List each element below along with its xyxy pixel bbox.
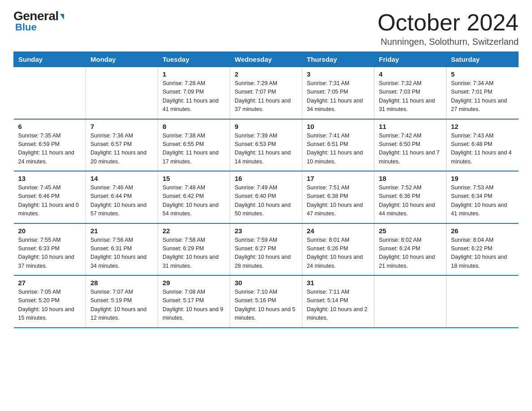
- day-detail: Sunrise: 7:53 AMSunset: 6:34 PMDaylight:…: [451, 184, 514, 218]
- sunrise-text: Sunrise: 7:05 AM: [18, 289, 61, 295]
- day-number: 8: [163, 123, 225, 130]
- daylight-text: Daylight: 10 hours and 9 minutes.: [163, 306, 223, 321]
- day-cell: 11Sunrise: 7:42 AMSunset: 6:50 PMDayligh…: [374, 119, 446, 171]
- daylight-text: Daylight: 10 hours and 15 minutes.: [18, 306, 74, 321]
- sunrise-text: Sunrise: 7:38 AM: [163, 133, 205, 139]
- day-detail: Sunrise: 7:39 AMSunset: 6:53 PMDaylight:…: [235, 132, 297, 167]
- day-number: 28: [90, 279, 153, 287]
- sunrise-text: Sunrise: 7:29 AM: [235, 80, 277, 86]
- day-cell: 20Sunrise: 7:55 AMSunset: 6:33 PMDayligh…: [14, 223, 86, 276]
- day-cell: 24Sunrise: 8:01 AMSunset: 6:26 PMDayligh…: [302, 223, 374, 276]
- day-number: 13: [18, 175, 82, 182]
- day-number: 5: [451, 70, 514, 78]
- day-cell: 19Sunrise: 7:53 AMSunset: 6:34 PMDayligh…: [446, 171, 519, 223]
- sunrise-text: Sunrise: 7:51 AM: [307, 184, 349, 191]
- day-number: 27: [18, 279, 82, 287]
- day-number: 3: [307, 70, 369, 78]
- daylight-text: Daylight: 10 hours and 28 minutes.: [235, 254, 291, 269]
- daylight-text: Daylight: 10 hours and 12 minutes.: [90, 306, 146, 321]
- sunrise-text: Sunrise: 7:41 AM: [307, 133, 349, 139]
- day-detail: Sunrise: 7:48 AMSunset: 6:42 PMDaylight:…: [163, 184, 225, 218]
- day-detail: Sunrise: 7:35 AMSunset: 6:59 PMDaylight:…: [18, 132, 82, 167]
- day-detail: Sunrise: 7:31 AMSunset: 7:05 PMDaylight:…: [307, 79, 369, 114]
- location-title: Nunningen, Solothurn, Switzerland: [378, 37, 519, 47]
- sunrise-text: Sunrise: 7:43 AM: [451, 133, 493, 139]
- daylight-text: Daylight: 10 hours and 57 minutes.: [90, 202, 146, 217]
- day-cell: 8Sunrise: 7:38 AMSunset: 6:55 PMDaylight…: [158, 119, 230, 171]
- header-friday: Friday: [374, 52, 446, 67]
- day-detail: Sunrise: 7:07 AMSunset: 5:19 PMDaylight:…: [90, 288, 153, 323]
- sunset-text: Sunset: 7:07 PM: [235, 89, 276, 95]
- daylight-text: Daylight: 10 hours and 18 minutes.: [451, 254, 507, 269]
- sunset-text: Sunset: 6:46 PM: [18, 193, 60, 199]
- day-cell: [374, 275, 446, 328]
- sunset-text: Sunset: 5:20 PM: [18, 297, 60, 304]
- day-detail: Sunrise: 7:45 AMSunset: 6:46 PMDaylight:…: [18, 184, 82, 218]
- sunrise-text: Sunrise: 7:07 AM: [90, 289, 133, 295]
- header-thursday: Thursday: [302, 52, 374, 67]
- sunrise-text: Sunrise: 7:52 AM: [379, 184, 421, 191]
- day-cell: [446, 275, 519, 328]
- day-detail: Sunrise: 7:29 AMSunset: 7:07 PMDaylight:…: [235, 79, 297, 114]
- sunset-text: Sunset: 6:50 PM: [379, 141, 420, 147]
- daylight-text: Daylight: 11 hours and 20 minutes.: [90, 150, 146, 164]
- day-number: 30: [235, 279, 297, 287]
- day-cell: 7Sunrise: 7:36 AMSunset: 6:57 PMDaylight…: [86, 119, 158, 171]
- day-number: 19: [451, 175, 514, 182]
- sunset-text: Sunset: 7:05 PM: [307, 89, 348, 95]
- day-cell: [14, 67, 86, 119]
- sunrise-text: Sunrise: 7:32 AM: [379, 80, 421, 86]
- sunset-text: Sunset: 6:24 PM: [379, 245, 420, 252]
- sunset-text: Sunset: 6:36 PM: [379, 193, 420, 199]
- day-detail: Sunrise: 7:46 AMSunset: 6:44 PMDaylight:…: [90, 184, 153, 218]
- sunset-text: Sunset: 6:31 PM: [90, 245, 132, 252]
- daylight-text: Daylight: 11 hours and 4 minutes.: [451, 150, 512, 164]
- sunrise-text: Sunrise: 7:36 AM: [90, 133, 133, 139]
- sunset-text: Sunset: 7:03 PM: [379, 89, 420, 95]
- sunrise-text: Sunrise: 7:56 AM: [90, 237, 133, 243]
- daylight-text: Daylight: 11 hours and 41 minutes.: [163, 98, 219, 112]
- day-cell: 22Sunrise: 7:58 AMSunset: 6:29 PMDayligh…: [158, 223, 230, 276]
- day-cell: 3Sunrise: 7:31 AMSunset: 7:05 PMDaylight…: [302, 67, 374, 119]
- day-number: 12: [451, 123, 514, 130]
- header-tuesday: Tuesday: [158, 52, 230, 67]
- header-sunday: Sunday: [14, 52, 86, 67]
- sunrise-text: Sunrise: 7:10 AM: [235, 289, 277, 295]
- sunrise-text: Sunrise: 7:53 AM: [451, 184, 493, 191]
- week-row-4: 20Sunrise: 7:55 AMSunset: 6:33 PMDayligh…: [14, 223, 519, 276]
- day-detail: Sunrise: 7:32 AMSunset: 7:03 PMDaylight:…: [379, 79, 442, 114]
- day-number: 11: [379, 123, 442, 130]
- daylight-text: Daylight: 10 hours and 44 minutes.: [379, 202, 435, 217]
- sunrise-text: Sunrise: 7:39 AM: [235, 133, 277, 139]
- title-block: October 2024 Nunningen, Solothurn, Switz…: [378, 9, 519, 47]
- day-detail: Sunrise: 7:49 AMSunset: 6:40 PMDaylight:…: [235, 184, 297, 218]
- day-number: 20: [18, 227, 82, 235]
- sunset-text: Sunset: 6:34 PM: [451, 193, 492, 199]
- sunset-text: Sunset: 7:09 PM: [163, 89, 204, 95]
- day-cell: 15Sunrise: 7:48 AMSunset: 6:42 PMDayligh…: [158, 171, 230, 223]
- day-cell: 14Sunrise: 7:46 AMSunset: 6:44 PMDayligh…: [86, 171, 158, 223]
- day-detail: Sunrise: 7:10 AMSunset: 5:16 PMDaylight:…: [235, 288, 297, 323]
- day-detail: Sunrise: 7:41 AMSunset: 6:51 PMDaylight:…: [307, 132, 369, 167]
- day-number: 26: [451, 227, 514, 235]
- daylight-text: Daylight: 11 hours and 0 minutes.: [18, 202, 79, 217]
- sunrise-text: Sunrise: 7:42 AM: [379, 133, 421, 139]
- sunset-text: Sunset: 6:33 PM: [18, 245, 60, 252]
- sunset-text: Sunset: 6:40 PM: [235, 193, 276, 199]
- day-number: 24: [307, 227, 369, 235]
- day-cell: 5Sunrise: 7:34 AMSunset: 7:01 PMDaylight…: [446, 67, 519, 119]
- sunset-text: Sunset: 6:57 PM: [90, 141, 132, 147]
- daylight-text: Daylight: 10 hours and 47 minutes.: [307, 202, 363, 217]
- sunrise-text: Sunrise: 7:49 AM: [235, 184, 277, 191]
- daylight-text: Daylight: 11 hours and 10 minutes.: [307, 150, 363, 164]
- day-cell: 2Sunrise: 7:29 AMSunset: 7:07 PMDaylight…: [230, 67, 302, 119]
- calendar-table: SundayMondayTuesdayWednesdayThursdayFrid…: [13, 51, 519, 328]
- header-saturday: Saturday: [446, 52, 519, 67]
- day-detail: Sunrise: 7:42 AMSunset: 6:50 PMDaylight:…: [379, 132, 442, 167]
- sunset-text: Sunset: 5:16 PM: [235, 297, 276, 304]
- month-year-title: October 2024: [378, 9, 519, 36]
- day-number: 18: [379, 175, 442, 182]
- day-number: 6: [18, 123, 82, 130]
- day-cell: 12Sunrise: 7:43 AMSunset: 6:48 PMDayligh…: [446, 119, 519, 171]
- daylight-text: Daylight: 11 hours and 7 minutes.: [379, 150, 440, 164]
